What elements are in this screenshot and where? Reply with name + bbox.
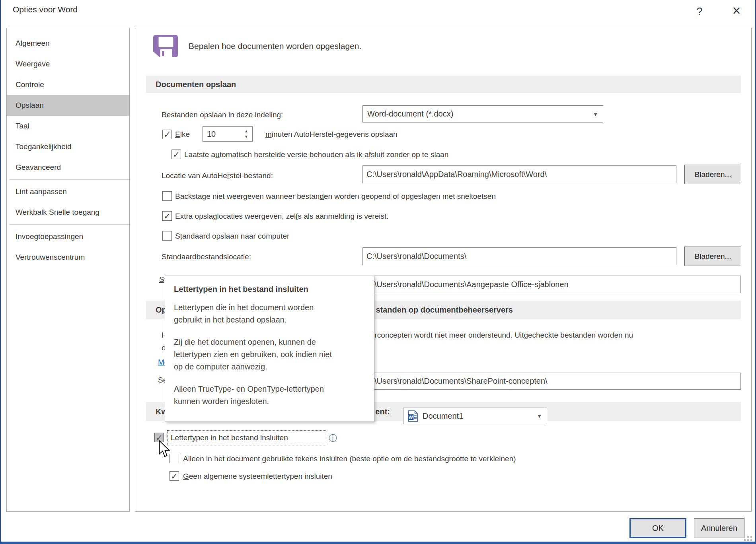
chevron-down-icon: ▼ — [593, 111, 598, 117]
tooltip-paragraph: Lettertypen die in het document worden g… — [174, 301, 340, 326]
document-value: Document1 — [423, 412, 463, 421]
keep-last-label[interactable]: Laatste automatisch herstelde versie beh… — [184, 150, 448, 159]
check-icon: ✓ — [171, 472, 178, 480]
autorecover-location-label: Locatie van AutoHerstel-bestand: — [162, 171, 273, 181]
autorecover-minutes-stepper[interactable]: 10 ▲ ▼ — [203, 126, 253, 142]
sidebar-item-invoegtoepassingen[interactable]: Invoegtoepassingen — [7, 226, 129, 247]
help-icon[interactable]: ? — [691, 3, 708, 20]
default-location-field[interactable]: C:\Users\ronald\Documents\ — [362, 247, 676, 265]
sidebar-item-controle[interactable]: Controle — [7, 74, 129, 95]
autorecover-minutes-value: 10 — [207, 127, 216, 141]
no-system-fonts-label[interactable]: Geen algemene systeemlettertypen insluit… — [183, 472, 332, 481]
section-documenten-opslaan: Documenten opslaan — [146, 76, 741, 93]
save-floppy-icon — [153, 35, 178, 58]
sidebar-item-werkbalk[interactable]: Werkbalk Snelle toegang — [7, 202, 129, 223]
backstage-label[interactable]: Backstage niet weergeven wanneer bestand… — [175, 192, 496, 201]
section-title-tail: Opties voor offline bewerken voor bestan… — [376, 301, 513, 319]
embed-fonts-label[interactable]: Lettertypen in het bestand insluiten — [171, 433, 288, 443]
server-drafts-field[interactable]: C:\Users\ronald\Documents\SharePoint-con… — [362, 373, 741, 390]
check-icon: ✓ — [164, 130, 171, 139]
extra-locations-label[interactable]: Extra opslaglocaties weergeven, zelfs al… — [175, 212, 389, 221]
sidebar-separator — [9, 179, 129, 180]
extra-locations-checkbox[interactable]: ✓ — [162, 211, 172, 221]
autorecover-suffix-label: minuten AutoHerstel-gegevens opslaan — [265, 130, 397, 139]
dialog-title: Opties voor Word — [13, 5, 78, 14]
format-label: Bestanden opslaan in deze indeling: — [162, 110, 283, 120]
save-options-page: Bepalen hoe documenten worden opgeslagen… — [135, 28, 752, 512]
section-title: Documenten opslaan — [146, 76, 741, 93]
check-icon: ✓ — [164, 212, 171, 220]
templates-location-field[interactable]: C:\Users\ronald\Documents\Aangepaste Off… — [362, 276, 741, 293]
embed-fonts-tooltip: Lettertypen in het bestand insluiten Let… — [165, 276, 374, 422]
embed-used-only-label[interactable]: Alleen in het document gebruikte tekens … — [183, 454, 516, 464]
resize-grip[interactable] — [747, 536, 749, 538]
sidebar-separator — [9, 224, 129, 225]
chevron-down-icon: ▼ — [537, 413, 542, 419]
page-description: Bepalen hoe documenten worden opgeslagen… — [189, 41, 361, 51]
sidebar-item-geavanceerd[interactable]: Geavanceerd — [7, 157, 129, 178]
info-icon[interactable]: ⓘ — [329, 434, 337, 442]
embed-used-only-checkbox[interactable]: ✓ — [170, 454, 179, 463]
backstage-checkbox[interactable]: ✓ — [162, 191, 172, 201]
word-options-dialog: Opties voor Word ? × Algemeen Weergave C… — [0, 0, 756, 544]
file-format-dropdown[interactable]: Word-document (*.docx) ▼ — [362, 105, 603, 122]
tooltip-paragraph: Alleen TrueType- en OpenType-lettertypen… — [174, 383, 340, 408]
default-computer-checkbox[interactable]: ✓ — [162, 231, 172, 241]
close-icon[interactable]: × — [727, 2, 746, 20]
document-dropdown[interactable]: W Document1 ▼ — [403, 408, 547, 424]
sidebar-item-algemeen[interactable]: Algemeen — [7, 33, 129, 54]
sidebar-item-taal[interactable]: Taal — [7, 116, 129, 136]
autorecover-checkbox[interactable]: ✓ — [162, 130, 172, 139]
sidebar-item-lint-aanpassen[interactable]: Lint aanpassen — [7, 181, 129, 202]
default-location-label: Standaardbestandslocatie: — [162, 252, 251, 262]
cancel-button[interactable]: Annuleren — [694, 518, 744, 538]
file-format-value: Word-document (*.docx) — [367, 109, 453, 119]
default-location-value: C:\Users\ronald\Documents\ — [366, 252, 466, 261]
sidebar-item-vertrouwenscentrum[interactable]: Vertrouwenscentrum — [7, 247, 129, 268]
keep-last-checkbox[interactable]: ✓ — [171, 150, 181, 159]
templates-location-value: C:\Users\ronald\Documents\Aangepaste Off… — [366, 280, 569, 289]
tooltip-title: Lettertypen in het bestand insluiten — [174, 285, 374, 294]
word-document-icon: W — [408, 410, 418, 422]
mouse-cursor — [158, 440, 170, 459]
server-drafts-value: C:\Users\ronald\Documents\SharePoint-con… — [366, 377, 548, 386]
autorecover-location-value: C:\Users\ronald\AppData\Roaming\Microsof… — [366, 170, 547, 179]
ok-button[interactable]: OK — [629, 518, 686, 538]
stepper-down-icon[interactable]: ▼ — [244, 135, 248, 139]
sidebar-item-opslaan[interactable]: Opslaan — [7, 95, 129, 116]
sidebar-item-toegankelijkheid[interactable]: Toegankelijkheid — [7, 136, 129, 157]
autorecover-location-field[interactable]: C:\Users\ronald\AppData\Roaming\Microsof… — [362, 165, 676, 183]
tooltip-paragraph: Zij die het document openen, kunnen de l… — [174, 336, 340, 373]
default-computer-label[interactable]: Standaard opslaan naar computer — [175, 231, 289, 241]
sidebar: Algemeen Weergave Controle Opslaan Taal … — [6, 28, 130, 512]
svg-text:W: W — [409, 415, 413, 420]
sidebar-item-weergave[interactable]: Weergave — [7, 54, 129, 74]
autorecover-label[interactable]: Elke — [175, 130, 190, 139]
browse-default-location-button[interactable]: Bladeren... — [684, 247, 741, 266]
no-system-fonts-checkbox[interactable]: ✓ — [170, 471, 179, 481]
check-icon: ✓ — [173, 150, 180, 159]
stepper-up-icon[interactable]: ▲ — [244, 129, 248, 133]
section-title-tail: Kwaliteit behouden bij het delen van dit… — [376, 402, 390, 421]
browse-autorecover-button[interactable]: Bladeren... — [684, 165, 741, 184]
embed-fonts-label-focus[interactable]: Lettertypen in het bestand insluiten — [167, 430, 326, 445]
